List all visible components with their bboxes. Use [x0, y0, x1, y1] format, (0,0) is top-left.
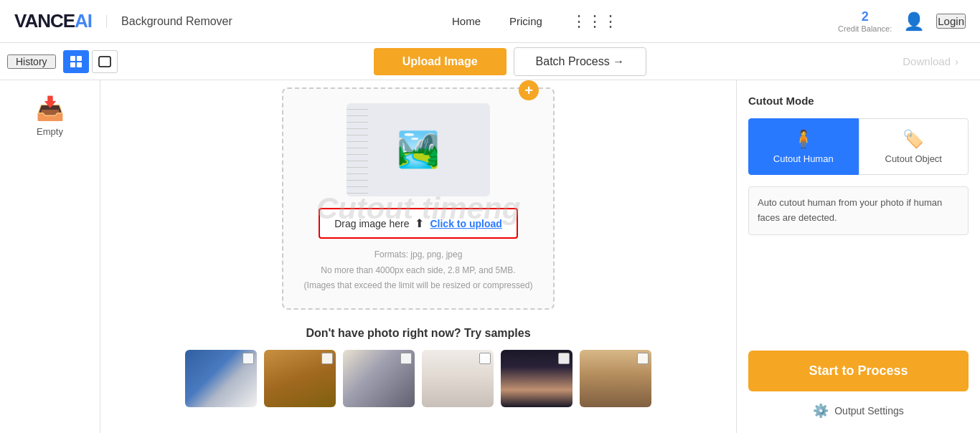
history-button[interactable]: History — [7, 54, 56, 69]
click-to-upload-link[interactable]: Click to upload — [430, 218, 501, 229]
header-right: 2 Credit Balance: 👤 Login — [838, 9, 966, 33]
format-line2: No more than 4000px each side, 2.8 MP, a… — [304, 263, 533, 279]
sample-shoe[interactable] — [185, 350, 257, 407]
output-settings-label: Output Settings — [834, 405, 904, 417]
avatar-icon: 👤 — [903, 11, 925, 32]
logo-text: VANCEAI — [14, 10, 92, 32]
toolbar: History Upload Image Batch Process → Dow… — [0, 43, 980, 80]
logo-ai: AI — [75, 10, 92, 32]
object-icon: 🏷️ — [903, 129, 924, 149]
sample-woman[interactable] — [501, 350, 573, 407]
cutout-human-label: Cutout Human — [773, 153, 834, 164]
sample-bottle[interactable] — [422, 350, 494, 407]
grid-icon — [70, 55, 83, 68]
logo[interactable]: VANCEAI — [14, 10, 92, 32]
format-line3: (Images that exceed the limit will be re… — [304, 278, 533, 294]
grid-view-button[interactable] — [63, 50, 89, 73]
spacer — [748, 247, 969, 339]
sidebar: 📥 Empty — [0, 80, 100, 433]
human-icon: 🧍 — [793, 129, 814, 149]
image-placeholder-icon: 🏞️ — [397, 130, 440, 170]
upload-zone: 🏞️ + Drag image here ⬆ Click to upload F… — [100, 80, 736, 433]
sample-dog[interactable] — [264, 350, 336, 407]
download-arrow-icon: › — [955, 55, 958, 67]
drag-text: Drag image here — [334, 218, 409, 229]
credit-number: 2 — [838, 9, 892, 24]
inbox-icon: 📥 — [36, 95, 65, 122]
sample-car-checkbox[interactable] — [400, 353, 412, 364]
credit-balance: 2 Credit Balance: — [838, 9, 892, 33]
sample-woman-checkbox[interactable] — [558, 353, 570, 364]
sample-car[interactable] — [343, 350, 415, 407]
drag-text-box[interactable]: Drag image here ⬆ Click to upload — [319, 208, 518, 239]
download-button[interactable]: Download › — [903, 55, 973, 67]
sample-bottle-checkbox[interactable] — [479, 353, 491, 364]
header-center: Home Pricing ⋮⋮⋮ — [452, 12, 618, 31]
format-info: Formats: jpg, png, jpeg No more than 400… — [304, 247, 533, 294]
list-icon — [98, 55, 111, 68]
sample-man-checkbox[interactable] — [637, 353, 649, 364]
cutout-human-button[interactable]: 🧍 Cutout Human — [748, 118, 859, 175]
mode-buttons: 🧍 Cutout Human 🏷️ Cutout Object — [748, 118, 969, 175]
svg-rect-2 — [70, 62, 75, 67]
upload-area-toolbar: Upload Image Batch Process → — [125, 47, 896, 76]
format-line1: Formats: jpg, png, jpeg — [304, 247, 533, 263]
sample-dog-checkbox[interactable] — [321, 353, 333, 364]
samples-title: Don't have photo right now? Try samples — [108, 327, 729, 340]
svg-rect-1 — [77, 56, 82, 61]
svg-rect-0 — [70, 56, 75, 61]
right-panel: Cutout Mode 🧍 Cutout Human 🏷️ Cutout Obj… — [736, 80, 980, 433]
nav-pricing[interactable]: Pricing — [509, 15, 542, 27]
download-label: Download — [903, 55, 951, 67]
cutout-object-label: Cutout Object — [885, 153, 943, 164]
upload-image-button[interactable]: Upload Image — [374, 48, 507, 75]
sidebar-empty-label: Empty — [37, 126, 63, 137]
header: VANCEAI Background Remover Home Pricing … — [0, 0, 980, 43]
start-to-process-button[interactable]: Start to Process — [748, 351, 969, 391]
cutout-mode-label: Cutout Mode — [748, 95, 969, 107]
logo-vance: VANCE — [14, 10, 75, 32]
samples-grid — [108, 350, 729, 407]
cutout-object-button[interactable]: 🏷️ Cutout Object — [859, 118, 969, 175]
svg-rect-4 — [99, 57, 110, 67]
sample-man[interactable] — [580, 350, 651, 407]
sidebar-item-empty[interactable]: 📥 Empty — [36, 95, 65, 137]
sample-shoe-checkbox[interactable] — [242, 353, 254, 364]
drop-placeholder: 🏞️ — [347, 103, 490, 196]
upload-icon: ⬆ — [415, 217, 424, 230]
nav-home[interactable]: Home — [452, 15, 481, 27]
batch-process-button[interactable]: Batch Process → — [514, 47, 647, 76]
add-image-circle-button[interactable]: + — [519, 80, 539, 100]
samples-section: Don't have photo right now? Try samples — [108, 327, 729, 407]
settings-gear-icon: ⚙️ — [813, 403, 829, 419]
login-button[interactable]: Login — [936, 14, 966, 29]
tool-name: Background Remover — [106, 15, 232, 28]
drop-area[interactable]: 🏞️ + Drag image here ⬆ Click to upload F… — [282, 87, 555, 310]
svg-rect-3 — [77, 62, 82, 67]
output-settings-button[interactable]: ⚙️ Output Settings — [748, 403, 969, 419]
main: 📥 Empty 🏞️ + Drag image here ⬆ Click to … — [0, 80, 980, 433]
view-toggle — [63, 50, 118, 73]
mode-description: Auto cutout human from your photo if hum… — [748, 186, 969, 235]
credit-label: Credit Balance: — [838, 24, 892, 33]
header-left: VANCEAI Background Remover — [14, 10, 232, 32]
list-view-button[interactable] — [92, 50, 118, 73]
apps-icon[interactable]: ⋮⋮⋮ — [571, 12, 618, 31]
